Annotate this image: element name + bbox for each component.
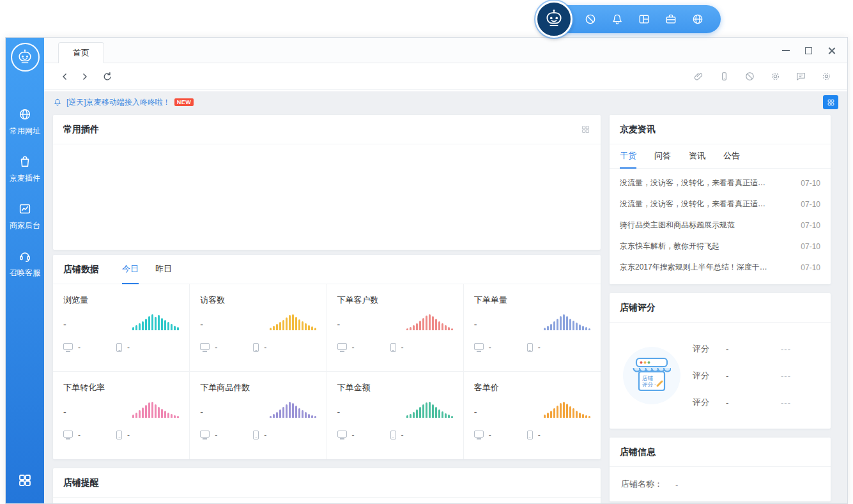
news-item-date: 07-10: [801, 221, 820, 230]
tab-yesterday[interactable]: 昨日: [155, 256, 172, 284]
globe-icon: [691, 13, 704, 26]
metric-sparkline: [270, 401, 316, 418]
shop-data-tabs: 今日 昨日: [122, 255, 172, 284]
back-button[interactable]: [59, 71, 71, 82]
mobile-metric: -: [116, 431, 130, 439]
navigation-bar: [44, 63, 847, 90]
mobile-icon: [390, 343, 396, 352]
main-area: 首页: [44, 38, 847, 503]
mobile-value: -: [538, 431, 541, 439]
maximize-button[interactable]: [805, 47, 812, 54]
dashboard-columns: 常用插件 店铺数据 今日 昨日: [44, 113, 847, 503]
window-layout-icon: [638, 13, 650, 26]
card-header: 店铺信息: [610, 438, 831, 467]
metric-label: 下单商品件数: [200, 382, 316, 393]
metric-label: 下单金额: [337, 382, 453, 393]
mobile-value: -: [538, 343, 541, 352]
metric-sparkline: [132, 314, 179, 330]
tab-bar: 首页: [44, 38, 847, 63]
card-header: 京麦资讯: [610, 115, 831, 144]
news-list: 没流量，没访客，没转化，来看看真正适… 07-10 没流量，没访客，没转化，来看…: [610, 169, 831, 284]
news-item[interactable]: 没流量，没访客，没转化，来看看真正适… 07-10: [620, 194, 820, 215]
news-item-title: 没流量，没访客，没转化，来看看真正适…: [620, 199, 793, 210]
rating-row: 评分 - ---: [693, 389, 822, 416]
globe-icon: [18, 107, 32, 121]
plugin-button[interactable]: [770, 71, 781, 82]
metric-value: -: [63, 319, 66, 330]
announcement-bar: [逆天]京麦移动端接入咚咚啦！ NEW: [44, 91, 847, 113]
reminder-empty-area: [53, 498, 601, 503]
mobile-value: -: [401, 431, 404, 439]
pc-value: -: [215, 343, 217, 352]
pc-value: -: [489, 431, 491, 439]
forward-icon: [79, 71, 90, 82]
sidebar-item-jm-plugins[interactable]: 京麦插件: [10, 155, 40, 184]
network-button[interactable]: [691, 13, 704, 26]
refresh-icon: [102, 71, 113, 82]
news-tab-dry-goods[interactable]: 干货: [620, 144, 636, 169]
settings-button[interactable]: [821, 71, 832, 82]
mobile-button[interactable]: [719, 71, 730, 82]
news-item[interactable]: 京东2017年搜索规则上半年总结！深度干… 07-10: [620, 257, 820, 278]
tab-home[interactable]: 首页: [58, 42, 104, 63]
news-item[interactable]: 没流量，没访客，没转化，来看看真正适… 07-10: [620, 172, 820, 194]
metric-cell-item-count: 下单商品件数 - - -: [190, 372, 327, 459]
circle-slash-button[interactable]: [584, 13, 597, 26]
announcement-action-button[interactable]: [823, 95, 838, 109]
pc-metric: -: [337, 343, 355, 352]
mobile-metric: -: [527, 343, 541, 352]
close-button[interactable]: [827, 47, 836, 55]
metric-sparkline: [544, 401, 590, 418]
sidebar: 常用网址 京麦插件 商家后台 召唤客服: [6, 38, 44, 503]
rating-value: -: [726, 371, 728, 381]
rating-row: 评分 - ---: [693, 362, 822, 389]
news-tab-announcement[interactable]: 公告: [723, 144, 740, 169]
sidebar-item-label: 召唤客服: [10, 268, 40, 279]
card-title: 京麦资讯: [620, 124, 656, 135]
robot-avatar-button[interactable]: [535, 1, 573, 38]
desktop-icon: [337, 343, 347, 350]
layout-button[interactable]: [638, 13, 650, 26]
mobile-icon: [116, 343, 122, 352]
metrics-grid: 浏览量 - - - 访客数 -: [53, 284, 601, 459]
forward-button[interactable]: [79, 71, 90, 82]
news-item[interactable]: 骑行品类主图和商品标题展示规范 07-10: [620, 215, 820, 236]
pc-metric: -: [474, 431, 491, 439]
message-button[interactable]: [795, 71, 806, 82]
prohibit-button[interactable]: [744, 71, 755, 82]
shop-rating-card: 店铺评分: [610, 293, 831, 429]
announcement-text[interactable]: [逆天]京麦移动端接入咚咚啦！: [66, 97, 171, 108]
news-item-date: 07-10: [801, 242, 820, 251]
mobile-value: -: [127, 343, 130, 352]
mobile-icon: [719, 71, 730, 82]
metric-cell-conversion-rate: 下单转化率 - - -: [53, 372, 190, 459]
news-item[interactable]: 京东快车解析，教你开得飞起 07-10: [620, 236, 820, 257]
mobile-value: -: [401, 343, 404, 352]
news-item-date: 07-10: [801, 263, 820, 272]
minimize-button[interactable]: [782, 50, 790, 51]
new-badge: NEW: [174, 98, 194, 106]
shop-info-value: -: [675, 480, 678, 489]
notification-button[interactable]: [611, 13, 624, 26]
metric-sparkline: [406, 314, 453, 330]
sidebar-item-call-service[interactable]: 召唤客服: [10, 249, 40, 279]
news-tab-qa[interactable]: 问答: [654, 144, 671, 169]
refresh-button[interactable]: [102, 71, 113, 82]
sidebar-item-merchant-backend[interactable]: 商家后台: [10, 202, 40, 231]
sidebar-item-common-sites[interactable]: 常用网址: [10, 107, 40, 137]
apps-grid-button[interactable]: [17, 473, 33, 488]
card-header: 店铺提醒: [53, 468, 601, 498]
toolbox-button[interactable]: [665, 13, 677, 26]
metric-label: 下单客户数: [337, 294, 453, 306]
headset-icon: [18, 249, 32, 263]
tab-today[interactable]: 今日: [122, 256, 139, 284]
news-tab-info[interactable]: 资讯: [689, 144, 705, 169]
metric-value: -: [474, 407, 477, 418]
card-title: 店铺信息: [620, 447, 656, 458]
card-header: 店铺评分: [610, 293, 831, 323]
metric-sparkline: [544, 314, 590, 330]
layout-toggle-button[interactable]: [581, 125, 590, 134]
rating-dashes: ---: [781, 344, 791, 354]
attachment-button[interactable]: [693, 71, 704, 82]
content-area: [逆天]京麦移动端接入咚咚啦！ NEW 常用插件: [44, 91, 847, 503]
